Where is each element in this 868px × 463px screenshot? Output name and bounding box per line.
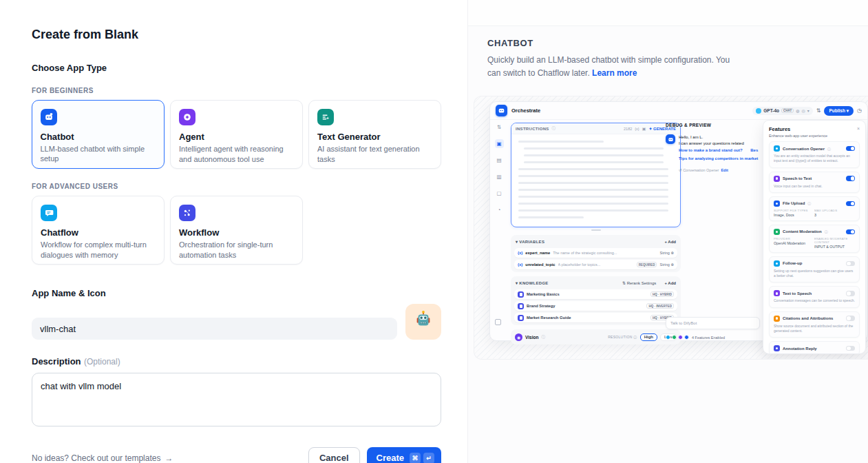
card-title: Text Generator [317,132,432,142]
instructions-skeleton [511,134,680,227]
cancel-button[interactable]: Cancel [308,447,360,463]
learn-more-link[interactable]: Learn more [592,68,637,78]
edit-link: Edit [721,168,728,172]
meta-label: SUPPORT FILE TYPES [774,209,814,212]
conversation-opener-note: ↺ Conversation Opener [679,168,719,172]
description-optional-label: (Optional) [84,357,120,367]
toggle-off [846,291,855,296]
text-generator-icon [317,109,334,125]
meta-label: MAX UPLOADS [814,209,855,212]
preview-app-icon [496,105,507,116]
bot-avatar [666,134,675,144]
docs-nav-icon: ▢ [495,189,504,198]
swap-icon: ⇅ [495,123,504,132]
feature-desc: Show source document and attributed sect… [774,324,855,334]
variable-desc: The name of the strategic consulting... [553,251,657,255]
char-count: 2182 [624,127,632,131]
app-type-card-agent[interactable]: Agent Intelligent agent with reasoning a… [170,100,303,169]
info-icon: ⓘ [807,201,811,205]
for-beginners-label: FOR BEGINNERS [32,87,441,94]
beginner-type-cards: Chatbot LLM-based chatbot with simple se… [32,100,441,169]
app-icon-picker[interactable] [405,304,441,340]
info-icon: ⓘ [552,126,556,131]
feature-name: Follow-up [783,261,802,265]
for-advanced-label: FOR ADVANCED USERS [32,183,441,190]
feature-item: Conversation Opener ⓘ You are an entity … [769,141,860,168]
resolution-label: RESOLUTION ⓘ [608,335,637,339]
knowledge-row: Market Research Guide HQ · HYBRID [514,313,677,322]
app-type-card-workflow[interactable]: Workflow Orchestration for single-turn a… [170,196,303,265]
variable-token-icon: {x} [635,127,639,131]
feature-name: Content Moderation [783,229,822,234]
document-icon [518,315,524,321]
debug-heading: DEBUG & PREVIEW [666,123,760,127]
logs-nav-icon: ▥ [495,172,504,181]
preview-chat-input: Talk to DifyBot [666,317,760,329]
image-nav-icon: ▤ [495,156,504,165]
description-textarea[interactable]: chat with vllm model [32,373,441,426]
meta-label: ENABLED MODERATE CONTENT [814,237,855,244]
info-pane-body: CHATBOT Quickly build an LLM-based chatb… [468,26,868,463]
feature-item: Speech to Text Voice input can be used i… [769,172,860,193]
variable-token-icon: {x} [518,263,522,267]
app-type-card-chatbot[interactable]: Chatbot LLM-based chatbot with simple se… [32,100,165,169]
feature-name: File Upload [783,201,805,205]
close-icon: × [857,126,860,131]
agent-icon [179,109,195,125]
toggle-off [846,346,855,351]
card-desc: LLM-based chatbot with simple setup [41,144,156,164]
document-icon [518,291,524,298]
features-subtitle: Enhance web-app user experience [769,134,827,138]
create-app-modal: Create from Blank Choose App Type FOR BE… [0,0,868,463]
card-title: Chatbot [41,132,156,142]
variable-desc: A placeholder for topics... [558,263,634,267]
preview-config-column: INSTRUCTIONS ⓘ 2182 {x} ▣ ✦ GENERATE [511,123,681,344]
feature-item: Content Moderation ⓘ PROVIDER OpenAI Mod… [769,225,860,253]
bot-greeting-2: I can answer your questions related [679,141,744,145]
feature-desc: You are an entity extraction model that … [774,154,855,164]
choose-app-type-label: Choose App Type [32,63,441,73]
suggestion-link-cut: Bes [750,147,758,154]
preview-variables-block: ▾ VARIABLES + Add {x} expert_name The na… [511,235,681,272]
page-title: Create from Blank [32,28,441,42]
feature-item: Citations and Attributions Show source d… [769,311,860,338]
feature-name: Annotation Reply [783,347,817,351]
knowledge-row: Marketing Basics HQ · HYBRID [514,289,677,299]
workflow-icon [179,205,195,221]
info-icon: ⓘ [827,147,831,151]
knowledge-name: Brand Strategy [527,304,644,308]
app-name-input[interactable] [32,318,397,340]
feature-desc: Setting up next questions suggestion can… [774,269,855,279]
suggestion-link: Tips for analyzing competitors in market [679,155,758,163]
feature-desc: Voice input can be used in chat. [774,184,855,189]
features-enabled-text: 4 Features Enabled [692,336,725,340]
templates-link[interactable]: No ideas? Check out our templates → [32,453,173,463]
feature-item: File Upload ⓘ SUPPORT FILE TYPES Image, … [769,196,860,221]
resize-handle [591,229,601,231]
feature-desc: Conversation messages can be converted t… [774,298,855,303]
preview-model-selector: GPT-4o CHAT ◍ ◎ ▾ [752,107,812,115]
app-type-card-chatflow[interactable]: Chatflow Workflow for complex multi-turn… [32,196,165,265]
feature-dot-icon [678,335,683,340]
annotation-reply-icon [774,345,780,351]
model-settings-icon: ◎ [801,108,805,113]
feature-dot-icon [672,335,677,340]
orchestrate-nav-icon: ▣ [495,139,504,148]
variable-row: {x} unrelated_topic A placeholder for to… [514,260,677,269]
rail-bottom-icon [495,319,501,325]
app-type-card-text-generator[interactable]: Text Generator AI assistant for text gen… [308,100,441,169]
knowledge-name: Market Research Guide [527,316,648,320]
create-button[interactable]: Create ⌘ ↵ [367,447,441,463]
tune-icon: ⇅ [816,107,821,114]
info-pane-top-strip [468,0,868,26]
feature-dot-icon [666,335,670,340]
feature-name: Speech to Text [783,176,812,181]
feature-item: Annotation Reply [769,341,860,354]
create-button-label: Create [377,453,404,463]
meta-label: PROVIDER [774,237,814,240]
history-icon: ◷ [857,107,862,114]
card-title: Agent [179,132,294,142]
feature-dot-icon [684,335,689,340]
preview-features-panel: Features Enhance web-app user experience… [763,120,866,354]
preview-app-window: Orchestrate GPT-4o CHAT ◍ ◎ ▾ ⇅ [489,101,868,341]
